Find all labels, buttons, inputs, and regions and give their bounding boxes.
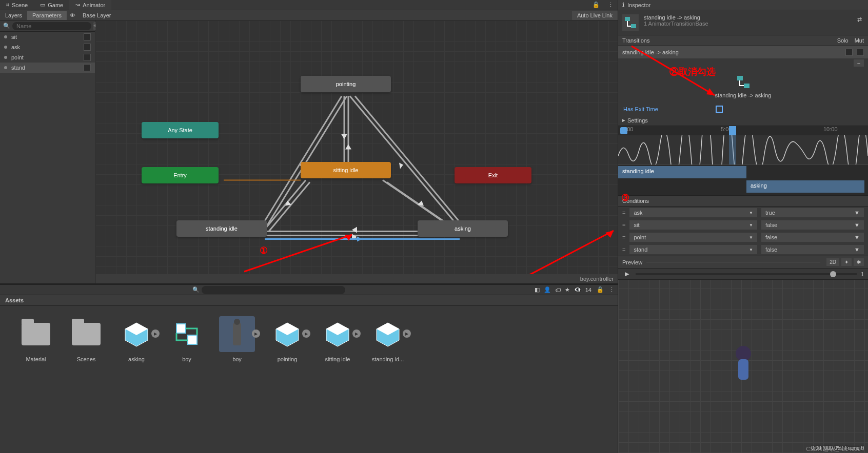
assets-header[interactable]: Assets — [0, 295, 618, 306]
inspector-title: Inspector — [627, 2, 650, 8]
breadcrumb[interactable]: Base Layer — [78, 11, 115, 20]
param-search-input[interactable] — [12, 22, 91, 30]
animator-graph[interactable]: pointing sitting idle standing idle aski… — [95, 20, 618, 283]
condition-value-dropdown[interactable]: true▼ — [761, 208, 864, 217]
filter-icon[interactable]: ◧ — [535, 286, 540, 293]
tab-game[interactable]: ▭Game — [34, 0, 69, 10]
asset-prefab[interactable]: ▶boy — [216, 316, 258, 362]
blend-dst-bar[interactable]: asking — [746, 180, 864, 193]
game-icon: ▭ — [40, 2, 45, 8]
mute-checkbox[interactable] — [857, 49, 864, 56]
svg-rect-21 — [737, 76, 743, 80]
asset-anim[interactable]: ▶asking — [116, 316, 157, 362]
has-exit-time-label: Has Exit Time — [623, 106, 716, 112]
svg-rect-16 — [176, 324, 186, 333]
node-sitting-idle[interactable]: sitting idle — [301, 162, 391, 178]
eye-icon[interactable]: 👁 — [67, 12, 78, 18]
svg-rect-18 — [625, 17, 630, 21]
param-row[interactable]: stand — [0, 63, 95, 73]
tab-animator[interactable]: ↝Animator — [69, 0, 111, 10]
preview-character — [733, 346, 754, 387]
solo-checkbox[interactable] — [845, 49, 853, 56]
play-icon: ▶ — [252, 330, 260, 338]
condition-param-dropdown[interactable]: stand▼ — [629, 245, 757, 254]
parameters-btn[interactable]: Parameters — [27, 11, 67, 20]
lock-icon[interactable]: 🔓 — [591, 286, 609, 293]
preview-slider[interactable] — [636, 273, 857, 275]
asset-anim[interactable]: ▶standing id... — [367, 316, 408, 362]
node-pointing[interactable]: pointing — [301, 76, 391, 92]
timeline-play-head[interactable] — [729, 126, 736, 135]
timeline-start-marker[interactable] — [620, 127, 627, 134]
remove-transition-btn[interactable]: − — [854, 59, 864, 67]
transition-name: standing idle -> asking — [644, 14, 708, 20]
menu-icon[interactable]: ⋮ — [604, 0, 618, 10]
param-row[interactable]: point — [0, 52, 95, 63]
condition-value-dropdown[interactable]: false▼ — [761, 233, 864, 242]
asset-folder[interactable]: Material — [15, 316, 56, 362]
transitions-header: Transitions SoloMut — [618, 35, 868, 46]
star-icon[interactable]: ★ — [565, 286, 570, 293]
svg-rect-19 — [631, 24, 636, 28]
transition-type: 1 AnimatorTransitionBase — [644, 20, 708, 27]
condition-row: =ask▼true▼ — [618, 207, 868, 219]
tab-scene[interactable]: ⌗Scene — [0, 0, 34, 10]
param-row[interactable]: sit — [0, 32, 95, 42]
preview-label: Preview — [622, 259, 642, 265]
param-checkbox[interactable] — [84, 64, 91, 71]
preview-2d-btn[interactable]: 2D — [826, 258, 839, 266]
search-icon: 🔍 — [3, 23, 10, 29]
svg-line-9 — [269, 182, 310, 232]
play-icon: ▶ — [403, 330, 411, 338]
condition-row: =stand▼false▼ — [618, 243, 868, 256]
condition-param-dropdown[interactable]: sit▼ — [629, 220, 757, 230]
preview-play-btn[interactable]: ▶ — [622, 271, 632, 278]
assets-grid: Material Scenes ▶asking boy ▶boy ▶pointi… — [0, 306, 618, 453]
hierarchy-icon[interactable]: 👤 — [544, 286, 551, 293]
param-checkbox[interactable] — [84, 54, 91, 61]
node-exit[interactable]: Exit — [455, 167, 531, 183]
condition-value-dropdown[interactable]: false▼ — [761, 245, 864, 254]
node-any-state[interactable]: Any State — [142, 122, 219, 138]
preset-icon[interactable]: ⇄ — [855, 14, 864, 25]
node-entry[interactable]: Entry — [142, 167, 219, 183]
preview-pivot-btn[interactable]: ✦ — [841, 258, 852, 266]
node-standing-idle[interactable]: standing idle — [176, 220, 267, 237]


-transition-row[interactable]: standing idle -> asking — [618, 46, 868, 58]
layers-btn[interactable]: Layers — [0, 11, 27, 20]
lock-icon[interactable]: 🔓 — [588, 0, 604, 10]
param-checkbox[interactable] — [84, 44, 91, 51]
svg-rect-22 — [744, 84, 749, 88]
parameters-panel: 🔍 +▾ sit ask point stand — [0, 20, 95, 283]
play-icon: ▶ — [302, 330, 310, 338]
param-row[interactable]: ask — [0, 42, 95, 52]
hidden-icon[interactable]: 👁‍🗨 — [574, 286, 581, 293]
asset-controller[interactable]: boy — [166, 316, 207, 362]
auto-live-link-btn[interactable]: Auto Live Link — [572, 11, 618, 20]
asset-folder[interactable]: Scenes — [66, 316, 107, 362]
label-icon[interactable]: 🏷 — [555, 287, 561, 293]
condition-value-dropdown[interactable]: false▼ — [761, 220, 864, 230]
info-icon: ℹ — [622, 2, 624, 8]
transition-detail-name: standing idle -> asking — [622, 92, 864, 98]
has-exit-time-checkbox[interactable] — [716, 106, 723, 113]
asset-anim[interactable]: ▶pointing — [267, 316, 308, 362]
project-search-input[interactable] — [202, 286, 345, 294]
svg-rect-17 — [188, 335, 197, 344]
asset-anim[interactable]: ▶sitting idle — [317, 316, 358, 362]
condition-param-dropdown[interactable]: point▼ — [629, 233, 757, 242]
blend-src-bar[interactable]: standing idle — [618, 166, 746, 178]
preview-ik-btn[interactable]: ✱ — [854, 258, 864, 266]
condition-param-dropdown[interactable]: ask▼ — [629, 208, 757, 217]
chevron-right-icon: ▸ — [622, 117, 625, 123]
node-asking[interactable]: asking — [418, 220, 508, 237]
param-checkbox[interactable] — [84, 33, 91, 40]
preview-viewport[interactable]: 0:00 (000.0%) Frame 0 CSDN @qq_49149394 — [618, 280, 868, 453]
blend-area[interactable]: standing idle asking — [618, 164, 868, 195]
transition-timeline[interactable]: 0:00 5:00 10:00 — [618, 126, 868, 164]
play-icon: ▶ — [151, 330, 160, 338]
settings-foldout[interactable]: ▸Settings — [618, 115, 868, 126]
graph-footer: boy.controller — [95, 274, 618, 283]
menu-icon[interactable]: ⋮ — [609, 286, 615, 293]
annotation-2: ②取消勾选 — [669, 66, 716, 78]
